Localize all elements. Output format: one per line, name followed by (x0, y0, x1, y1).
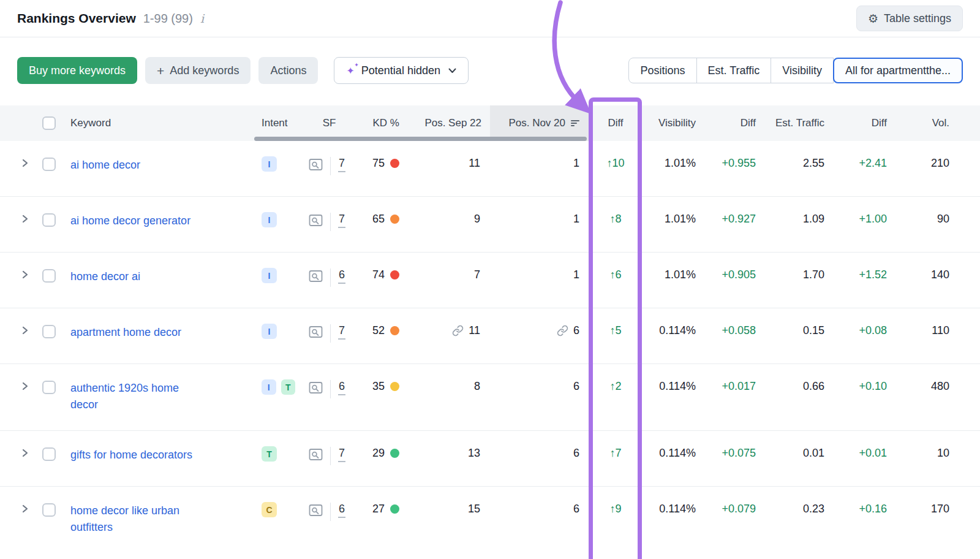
pos-sep-value: 13 (468, 447, 480, 460)
row-checkbox[interactable] (42, 503, 56, 517)
keyword-link[interactable]: ai home decor generator (70, 213, 190, 229)
table-header-row: Keyword Intent SF KD % Pos. Sep 22 Pos. … (0, 105, 980, 141)
buy-more-keywords-button[interactable]: Buy more keywords (17, 57, 137, 84)
expand-row-icon[interactable] (21, 449, 29, 457)
table-row: home decor ai I 6 74 7 1 ↑6 1.01% +0.905… (0, 253, 980, 308)
row-checkbox[interactable] (42, 325, 56, 338)
est-traffic-value: 0.15 (764, 308, 833, 363)
visibility-value: 1.01% (642, 253, 704, 308)
position-diff: ↑6 (589, 253, 642, 308)
keyword-link[interactable]: gifts for home decorators (70, 447, 192, 463)
view-toggle-positions[interactable]: Positions (628, 58, 696, 83)
view-toggle-est-traffic[interactable]: Est. Traffic (696, 58, 772, 83)
visibility-diff: +0.075 (704, 431, 764, 486)
sf-count[interactable]: 7 (338, 157, 345, 172)
expand-row-icon[interactable] (21, 382, 29, 390)
keyword-link[interactable]: home decor ai (70, 268, 140, 285)
add-keywords-button[interactable]: + Add keywords (145, 57, 251, 84)
row-checkbox[interactable] (42, 447, 56, 461)
view-toggle-all-for-apartmentthe[interactable]: All for apartmentthe... (833, 58, 963, 83)
intent-badge-transactional: T (262, 446, 277, 462)
horizontal-scrollbar[interactable] (254, 137, 587, 141)
serp-features-icon[interactable] (309, 213, 323, 227)
view-toggle-group: PositionsEst. TrafficVisibilityAll for a… (628, 58, 963, 83)
col-sf[interactable]: SF (300, 105, 358, 141)
col-visibility[interactable]: Visibility (642, 105, 704, 141)
table-row: home decor like urban outfitters C 6 27 … (0, 487, 980, 559)
link-icon (452, 325, 464, 337)
serp-features-icon[interactable] (309, 447, 323, 462)
pos-sep-value: 11 (469, 157, 480, 170)
kd-value: 74 (372, 268, 385, 281)
col-diff[interactable]: Diff (589, 105, 642, 141)
col-pos-nov[interactable]: Pos. Nov 20 (490, 105, 589, 141)
info-icon[interactable]: i (200, 12, 204, 25)
sf-count[interactable]: 6 (338, 268, 345, 284)
pos-nov-value: 6 (573, 447, 579, 460)
est-traffic-diff: +0.10 (833, 364, 895, 430)
kd-dot (390, 449, 399, 458)
intent-cell: I (254, 308, 300, 363)
sf-count[interactable]: 6 (338, 503, 345, 518)
add-keywords-label: Add keywords (170, 64, 239, 77)
chevron-down-icon (448, 68, 456, 74)
sf-count[interactable]: 7 (338, 324, 345, 340)
pos-sep-value: 11 (469, 324, 480, 337)
visibility-value: 0.114% (642, 487, 704, 559)
serp-features-icon[interactable] (309, 269, 323, 283)
select-all-checkbox[interactable] (42, 116, 56, 130)
kd-dot (390, 215, 399, 224)
expand-row-icon[interactable] (21, 270, 29, 279)
col-est-traffic[interactable]: Est. Traffic (764, 105, 833, 141)
col-kd[interactable]: KD % (358, 105, 410, 141)
intent-badge-transactional: T (281, 379, 296, 395)
serp-features-icon[interactable] (309, 325, 323, 339)
keyword-link[interactable]: home decor like urban outfitters (70, 503, 205, 536)
expand-row-icon[interactable] (21, 159, 29, 167)
volume-value: 170 (895, 487, 980, 559)
position-diff: ↑9 (589, 487, 642, 559)
view-toggle-visibility[interactable]: Visibility (771, 58, 834, 83)
col-traffic-diff[interactable]: Diff (833, 105, 895, 141)
expand-row-icon[interactable] (21, 326, 29, 335)
col-vol[interactable]: Vol. (895, 105, 980, 141)
expand-row-icon[interactable] (21, 215, 29, 223)
est-traffic-value: 0.23 (764, 487, 833, 559)
col-keyword[interactable]: Keyword (61, 105, 254, 141)
keyword-link[interactable]: ai home decor (70, 157, 140, 173)
rankings-table: Keyword Intent SF KD % Pos. Sep 22 Pos. … (0, 105, 980, 559)
intent-badge-informational: I (262, 324, 277, 339)
kd-value: 35 (372, 380, 385, 393)
serp-features-icon[interactable] (309, 158, 323, 172)
serp-features-icon[interactable] (309, 503, 323, 517)
visibility-value: 0.114% (642, 364, 704, 430)
col-pos-sep[interactable]: Pos. Sep 22 (410, 105, 490, 141)
actions-button[interactable]: Actions (258, 57, 318, 84)
page-title: Rankings Overview (17, 11, 136, 26)
sf-count[interactable]: 7 (338, 213, 345, 228)
expander-column-header (0, 105, 37, 141)
col-vis-diff[interactable]: Diff (704, 105, 764, 141)
row-checkbox[interactable] (42, 158, 56, 171)
volume-value: 480 (895, 364, 980, 430)
keyword-link[interactable]: apartment home decor (70, 324, 181, 341)
visibility-value: 0.114% (642, 308, 704, 363)
visibility-diff: +0.927 (704, 197, 764, 252)
select-all-cell (37, 105, 61, 141)
kd-dot (390, 270, 399, 280)
col-intent[interactable]: Intent (254, 105, 300, 141)
visibility-diff: +0.955 (704, 141, 764, 196)
visibility-value: 1.01% (642, 197, 704, 252)
potential-hidden-dropdown[interactable]: ✦✦ Potential hidden (334, 57, 469, 84)
row-checkbox[interactable] (42, 381, 56, 394)
serp-features-icon[interactable] (309, 381, 323, 395)
keyword-link[interactable]: authentic 1920s home decor (70, 380, 205, 413)
row-checkbox[interactable] (42, 213, 56, 227)
row-checkbox[interactable] (42, 269, 56, 283)
table-settings-button[interactable]: ⚙ Table settings (856, 6, 963, 31)
table-row: ai home decor I 7 75 11 1 ↑10 1.01% +0.9… (0, 141, 980, 197)
expand-row-icon[interactable] (21, 504, 29, 513)
sf-count[interactable]: 7 (338, 447, 345, 462)
pos-sep-value: 15 (468, 503, 480, 515)
sf-count[interactable]: 6 (338, 380, 345, 395)
